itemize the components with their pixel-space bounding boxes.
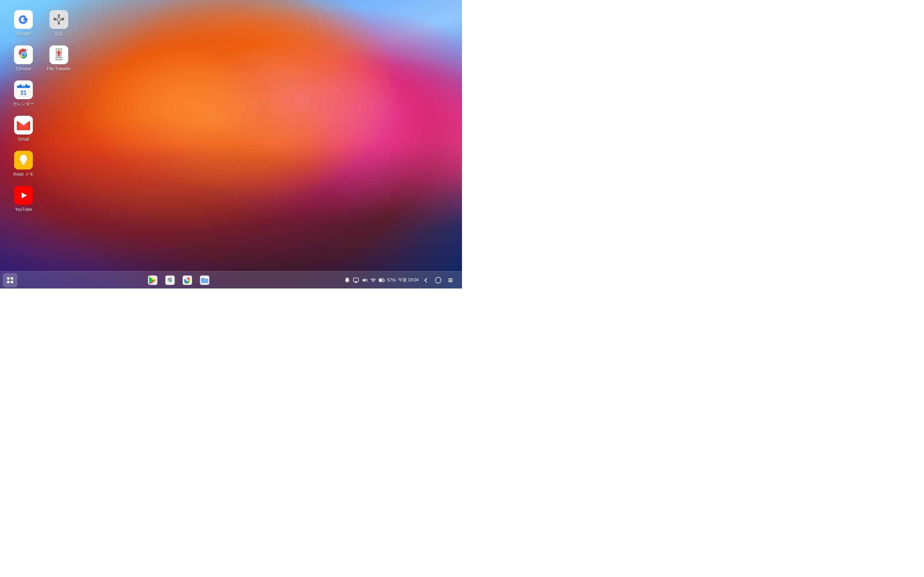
svg-point-61 [347,281,348,282]
battery-icon [379,277,385,284]
keep-app-icon[interactable]: Keep メモ [7,148,40,180]
svg-rect-44 [11,277,13,279]
notification-icon [344,277,351,284]
svg-rect-67 [384,279,384,281]
taskbar-chrome[interactable] [163,273,177,287]
back-icon[interactable] [421,277,431,284]
svg-rect-5 [58,15,60,17]
filetransfer-app-icon[interactable]: File Transfer [43,43,75,75]
launcher-button[interactable] [3,273,17,287]
svg-rect-62 [353,278,358,281]
wifi-icon [370,277,376,284]
filetransfer-label: File Transfer [47,66,71,72]
desktop: G Google [0,0,462,271]
clock: 午後 19:04 [398,277,419,283]
svg-point-4 [57,18,60,21]
svg-rect-31 [20,84,21,87]
taskbar: 57% 午後 19:04 [0,271,462,288]
taskbar-playstore[interactable] [145,273,160,287]
svg-rect-71 [448,281,452,282]
svg-rect-64 [354,282,357,282]
display-icon [353,277,359,284]
svg-rect-46 [11,280,13,283]
svg-text:THU: THU [21,85,26,88]
search-icon[interactable] [433,277,443,284]
svg-rect-38 [22,164,25,165]
youtube-label: YouTube [15,207,32,213]
svg-rect-32 [26,84,27,87]
calendar-app-icon[interactable]: 31 THU カレンダー [7,77,40,110]
system-tray[interactable]: 57% 午後 19:04 [340,274,459,287]
svg-rect-69 [448,279,452,279]
volume-icon [361,277,368,284]
calendar-label: カレンダー [13,102,34,107]
youtube-app-icon[interactable]: YouTube [7,183,40,216]
menu-icon[interactable] [446,277,456,284]
settings-label: 設定 [55,31,63,37]
svg-rect-43 [7,277,10,279]
svg-rect-45 [7,280,10,283]
svg-point-58 [187,279,188,281]
keep-label: Keep メモ [13,172,33,177]
svg-point-68 [435,277,441,283]
battery-percent: 57% [387,278,396,283]
svg-point-36 [20,155,27,163]
svg-rect-66 [380,279,382,281]
svg-rect-60 [201,279,208,283]
chrome-label: Chrome [16,66,31,72]
chrome-app-icon[interactable]: Chrome [7,43,40,75]
gmail-app-icon[interactable]: Gmail [7,113,40,145]
taskbar-files[interactable] [197,273,212,287]
svg-rect-6 [58,22,60,24]
svg-rect-23 [55,59,63,60]
svg-point-18 [22,53,25,56]
svg-rect-70 [448,280,452,280]
google-app-icon[interactable]: G Google [7,7,40,40]
taskbar-photos[interactable] [180,273,195,287]
svg-point-56 [169,279,171,280]
svg-rect-22 [55,57,63,58]
gmail-label: Gmail [18,137,29,142]
svg-text:G: G [19,14,27,25]
settings-app-icon[interactable]: 設定 [43,7,75,40]
google-label: Google [16,31,31,37]
svg-text:31: 31 [20,90,27,96]
